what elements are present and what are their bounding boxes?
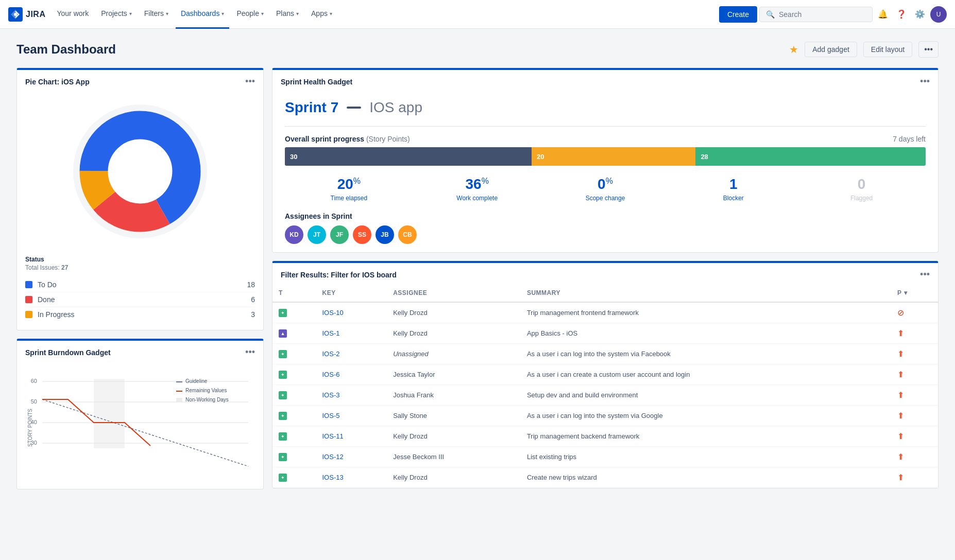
more-options-button[interactable]: •••: [918, 41, 939, 58]
cell-type: ▲: [272, 323, 316, 344]
cell-summary: List existing trips: [521, 447, 891, 467]
cell-type: ✦: [272, 364, 316, 385]
todo-count: 18: [247, 281, 255, 289]
apps-chevron-icon: ▾: [330, 11, 332, 16]
pie-chart-container: [17, 91, 263, 252]
dashboard-grid: Pie Chart: iOS App •••: [16, 68, 939, 489]
cell-priority: ⬆: [891, 364, 938, 385]
user-avatar[interactable]: U: [930, 6, 947, 23]
issue-type-icon: ✦: [279, 474, 287, 482]
avatar-initials: U: [936, 11, 941, 18]
donut-chart-svg: [68, 99, 212, 243]
sprint-board-name: IOS app: [369, 99, 422, 116]
sprint-progress-bar: 30 20 28: [285, 147, 926, 166]
burndown-menu-button[interactable]: •••: [245, 347, 255, 358]
col-priority[interactable]: P ▾: [891, 284, 938, 302]
nav-label-apps: Apps: [311, 9, 328, 18]
nav-item-filters[interactable]: Filters ▾: [139, 0, 174, 29]
work-complete-value: 36%: [413, 176, 541, 192]
search-icon: 🔍: [766, 10, 775, 19]
nav-item-projects[interactable]: Projects ▾: [96, 0, 137, 29]
priority-sort-icon: ▾: [904, 289, 908, 296]
edit-layout-button[interactable]: Edit layout: [863, 42, 912, 57]
cell-assignee: Kelly Drozd: [387, 302, 521, 323]
add-gadget-button[interactable]: Add gadget: [805, 42, 857, 57]
scope-change-label: Scope change: [541, 195, 670, 202]
table-row[interactable]: ✦ IOS-12 Jesse Beckom III List existing …: [272, 447, 938, 467]
filter-results-title: Filter Results: Filter for IOS board: [281, 271, 397, 279]
burndown-content: 60 50 40 30 STORY POINTS: [17, 362, 263, 489]
cell-priority: ⊘: [891, 302, 938, 323]
cell-assignee: Kelly Drozd: [387, 467, 521, 488]
todo-color-dot: [25, 281, 32, 288]
create-button[interactable]: Create: [719, 6, 757, 23]
nav-item-people[interactable]: People ▾: [231, 0, 269, 29]
nav-label-people: People: [236, 9, 259, 18]
inprogress-count: 3: [251, 310, 255, 319]
priority-icon: ⬆: [897, 452, 904, 461]
cell-type: ✦: [272, 426, 316, 447]
cell-priority: ⬆: [891, 467, 938, 488]
cell-key: IOS-11: [316, 426, 387, 447]
sprint-stats: 20% Time elapsed 36% Work complete: [285, 176, 926, 202]
svg-text:50: 50: [31, 398, 37, 405]
nav-label-dashboards: Dashboards: [181, 9, 220, 18]
nav-item-plans[interactable]: Plans ▾: [271, 0, 304, 29]
time-elapsed-label: Time elapsed: [285, 195, 413, 202]
priority-icon: ⬆: [897, 349, 904, 358]
favorite-star-icon[interactable]: ★: [789, 43, 798, 56]
table-row[interactable]: ✦ IOS-5 Sally Stone As a user i can log …: [272, 406, 938, 426]
legend-item-todo: To Do 18: [25, 277, 255, 292]
cell-key: IOS-5: [316, 406, 387, 426]
inprogress-label: In Progress: [38, 310, 75, 319]
svg-text:Remaining Values: Remaining Values: [185, 388, 227, 393]
table-row[interactable]: ✦ IOS-11 Kelly Drozd Trip management bac…: [272, 426, 938, 447]
sprint-health-content: Sprint 7 IOS app Overall sprint progress…: [272, 91, 938, 252]
legend-total-subtitle: Total Issues: 27: [25, 264, 255, 271]
assignee-avatar-5: JB: [376, 225, 394, 244]
pie-chart-menu-button[interactable]: •••: [245, 76, 255, 87]
help-button[interactable]: ❓: [893, 6, 910, 23]
sprint-health-gadget: Sprint Health Gadget ••• Sprint 7 IOS ap…: [272, 68, 939, 253]
table-row[interactable]: ✦ IOS-3 Joshua Frank Setup dev and and b…: [272, 385, 938, 406]
table-row[interactable]: ✦ IOS-2 Unassigned As a user i can log i…: [272, 344, 938, 364]
sprint-health-menu-button[interactable]: •••: [920, 76, 930, 87]
settings-button[interactable]: ⚙️: [912, 6, 928, 23]
table-row[interactable]: ✦ IOS-13 Kelly Drozd Create new trips wi…: [272, 467, 938, 488]
sprint-name: Sprint 7: [285, 99, 338, 116]
filter-results-menu-button[interactable]: •••: [920, 269, 930, 280]
nav-label-projects: Projects: [101, 9, 127, 18]
search-bar[interactable]: 🔍 Search: [759, 7, 873, 22]
cell-priority: ⬆: [891, 385, 938, 406]
svg-text:Guideline: Guideline: [185, 378, 208, 384]
help-icon: ❓: [896, 9, 907, 19]
nav-logo[interactable]: JIRA: [8, 7, 45, 22]
priority-icon: ⬆: [897, 473, 904, 482]
nav-item-apps[interactable]: Apps ▾: [306, 0, 337, 29]
svg-point-1: [14, 13, 17, 16]
flagged-value: 0: [797, 176, 926, 192]
assignee-avatar-4: SS: [353, 225, 371, 244]
nav-item-your-work[interactable]: Your work: [52, 0, 94, 29]
table-row[interactable]: ▲ IOS-1 Kelly Drozd App Basics - iOS ⬆: [272, 323, 938, 344]
sprint-divider: [285, 126, 926, 127]
cell-type: ✦: [272, 385, 316, 406]
pie-chart-header: Pie Chart: iOS App •••: [17, 70, 263, 91]
burndown-chart-svg: 60 50 40 30 STORY POINTS: [25, 366, 255, 479]
burndown-header: Sprint Burndown Gadget •••: [17, 341, 263, 362]
right-column: Sprint Health Gadget ••• Sprint 7 IOS ap…: [272, 68, 939, 489]
cell-assignee: Jesse Beckom III: [387, 447, 521, 467]
nav-item-dashboards[interactable]: Dashboards ▾: [176, 0, 230, 29]
filter-table-container: T Key Assignee Summary P ▾ ✦: [272, 284, 938, 488]
stat-work-complete: 36% Work complete: [413, 176, 541, 202]
notifications-button[interactable]: 🔔: [875, 6, 891, 23]
svg-rect-22: [176, 398, 182, 402]
assignees-section: Assignees in Sprint KD JT JF SS JB CB: [285, 212, 926, 244]
cell-summary: App Basics - iOS: [521, 323, 891, 344]
table-row[interactable]: ✦ IOS-10 Kelly Drozd Trip management fro…: [272, 302, 938, 323]
table-row[interactable]: ✦ IOS-6 Jessica Taylor As a user i can c…: [272, 364, 938, 385]
svg-text:STORY POINTS: STORY POINTS: [27, 409, 33, 447]
cell-summary: As a user i can create a custom user acc…: [521, 364, 891, 385]
left-column: Pie Chart: iOS App •••: [16, 68, 264, 489]
legend-status-title: Status: [25, 256, 255, 263]
